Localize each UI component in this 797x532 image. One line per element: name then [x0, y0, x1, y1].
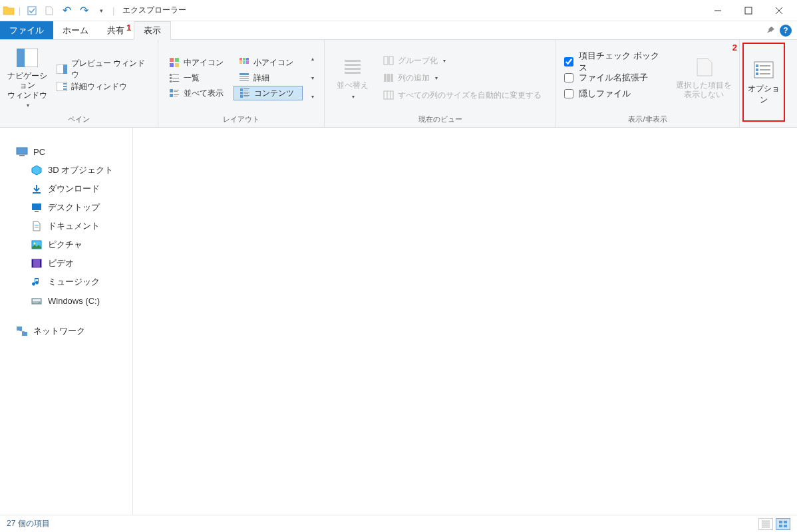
size-columns-button[interactable]: すべての列のサイズを自動的に変更する: [379, 87, 546, 103]
svg-rect-72: [35, 225, 39, 225]
cube-icon: [31, 164, 43, 176]
nav-network[interactable]: ネットワーク: [13, 322, 132, 340]
svg-rect-55: [387, 74, 390, 82]
icons-view-button[interactable]: [776, 518, 790, 530]
svg-rect-27: [170, 80, 172, 82]
desktop-icon: [31, 201, 43, 213]
tab-home[interactable]: ホーム: [53, 21, 98, 39]
svg-rect-32: [239, 80, 249, 81]
svg-rect-71: [35, 211, 39, 212]
svg-rect-76: [32, 259, 41, 267]
annotation-1: 1: [126, 23, 131, 33]
pc-icon: [16, 146, 28, 158]
sort-by-button[interactable]: 並べ替え ▾: [330, 43, 375, 113]
svg-rect-25: [170, 77, 172, 79]
layout-gallery[interactable]: 中アイコン 小アイコン 一覧 詳細 並べて表示: [164, 55, 303, 100]
minimize-button[interactable]: [703, 0, 733, 21]
layout-tiles[interactable]: 並べて表示: [164, 86, 233, 100]
undo-button[interactable]: ↶: [59, 3, 74, 18]
options-button[interactable]: オプション: [742, 43, 785, 122]
svg-rect-14: [175, 58, 179, 62]
preview-pane-button[interactable]: プレビュー ウィンドウ: [53, 61, 152, 77]
drive-icon: [31, 295, 43, 307]
svg-rect-22: [246, 61, 249, 64]
svg-rect-50: [345, 68, 361, 70]
svg-rect-90: [784, 521, 787, 523]
svg-rect-21: [243, 61, 245, 64]
svg-rect-10: [63, 83, 67, 84]
svg-rect-35: [174, 91, 178, 92]
hide-selected-button[interactable]: 選択した項目を 表示しない: [674, 43, 734, 113]
add-columns-button[interactable]: 列の追加▾: [379, 70, 546, 86]
item-checkboxes-toggle[interactable]: 項目チェック ボックス: [561, 54, 670, 70]
svg-rect-88: [762, 527, 770, 527]
nav-c-drive[interactable]: Windows (C:): [28, 291, 132, 310]
download-icon: [31, 183, 43, 195]
svg-rect-43: [243, 92, 249, 92]
navigation-pane-button[interactable]: ナビゲーション ウィンドウ ▾: [5, 43, 49, 113]
qat-properties-button[interactable]: [25, 3, 39, 18]
svg-rect-68: [19, 155, 25, 156]
close-button[interactable]: [764, 0, 794, 21]
svg-rect-63: [756, 68, 758, 71]
layout-group-label: レイアウト: [164, 113, 319, 126]
hidden-files-toggle[interactable]: 隠しファイル: [561, 86, 670, 102]
tab-file[interactable]: ファイル: [0, 21, 53, 39]
layout-small-icons[interactable]: 小アイコン: [234, 55, 303, 70]
svg-rect-34: [174, 90, 179, 90]
svg-rect-51: [345, 72, 361, 74]
svg-rect-62: [760, 65, 770, 66]
nav-videos[interactable]: ビデオ: [28, 254, 132, 273]
svg-rect-41: [243, 90, 248, 90]
layout-medium-icons[interactable]: 中アイコン: [164, 55, 233, 70]
svg-rect-23: [170, 74, 172, 76]
qat-new-button[interactable]: [42, 3, 57, 18]
nav-downloads[interactable]: ダウンロード: [28, 180, 132, 198]
svg-rect-87: [762, 525, 770, 525]
nav-music[interactable]: ミュージック: [28, 273, 132, 291]
svg-rect-2: [745, 7, 752, 14]
current-view-group-label: 現在のビュー: [330, 113, 550, 126]
svg-point-75: [34, 243, 36, 245]
svg-rect-69: [33, 192, 41, 194]
svg-rect-78: [40, 259, 41, 267]
maximize-button[interactable]: [733, 0, 764, 21]
gallery-scroll-up[interactable]: ▴: [308, 56, 317, 62]
svg-rect-92: [784, 525, 787, 527]
svg-rect-65: [756, 72, 758, 75]
svg-rect-28: [172, 81, 179, 82]
video-icon: [31, 257, 43, 269]
tab-view[interactable]: 表示: [134, 21, 171, 40]
layout-list[interactable]: 一覧: [164, 70, 233, 85]
svg-point-81: [39, 302, 40, 303]
svg-rect-12: [63, 88, 67, 90]
svg-rect-91: [779, 525, 782, 527]
details-pane-button[interactable]: 詳細ウィンドウ: [53, 78, 152, 94]
svg-rect-83: [22, 332, 27, 336]
nav-pictures[interactable]: ピクチャ: [28, 235, 132, 254]
nav-desktop[interactable]: デスクトップ: [28, 198, 132, 217]
file-list-area[interactable]: [133, 128, 797, 515]
gallery-expand[interactable]: ▾: [308, 94, 317, 100]
nav-3d-objects[interactable]: 3D オブジェクト: [28, 161, 132, 180]
svg-rect-77: [32, 259, 33, 267]
layout-details[interactable]: 詳細: [234, 70, 303, 85]
svg-rect-37: [174, 94, 179, 95]
pin-ribbon-icon[interactable]: [765, 25, 776, 35]
nav-documents[interactable]: ドキュメント: [28, 217, 132, 235]
svg-rect-26: [172, 78, 179, 78]
svg-rect-39: [240, 88, 243, 91]
help-icon[interactable]: ?: [780, 25, 792, 37]
details-view-button[interactable]: [758, 518, 773, 530]
svg-rect-86: [762, 523, 770, 523]
redo-button[interactable]: ↷: [77, 3, 91, 18]
file-extensions-toggle[interactable]: ファイル名拡張子: [561, 70, 670, 86]
layout-content[interactable]: コンテンツ: [234, 86, 303, 100]
gallery-scroll-down[interactable]: ▾: [308, 75, 317, 81]
svg-rect-33: [170, 89, 173, 92]
navigation-pane[interactable]: PC 3D オブジェクト ダウンロード デスクトップ ドキュメント ピクチャ: [0, 128, 133, 515]
nav-pc[interactable]: PC: [13, 142, 132, 161]
annotation-2: 2: [732, 43, 737, 53]
group-by-button[interactable]: グループ化▾: [379, 53, 546, 68]
qat-dropdown[interactable]: ▾: [94, 3, 108, 18]
